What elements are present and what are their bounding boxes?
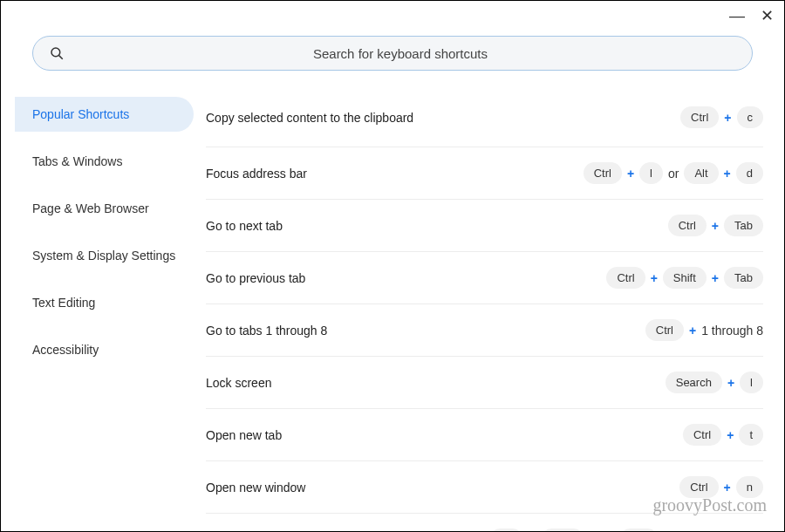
sidebar: Popular ShortcutsTabs & WindowsPage & We… <box>15 83 194 532</box>
key-cap: l <box>740 372 763 393</box>
key-cap: Ctrl <box>679 476 718 498</box>
shortcut-row: Go to tabs 1 through 8Ctrl+1 through 8 <box>206 304 763 357</box>
plus-separator: + <box>727 428 734 442</box>
shortcut-row: Open new windowCtrl+n <box>206 461 763 514</box>
key-cap: Tab <box>724 215 763 236</box>
shortcut-description: Open new tab <box>206 428 683 442</box>
shortcut-description: Go to next tab <box>206 219 668 233</box>
plus-separator: + <box>712 271 719 285</box>
key-cap: Tab <box>619 529 659 532</box>
key-cap: Ctrl <box>645 319 684 341</box>
shortcut-row: Open new tabCtrl+t <box>206 409 763 461</box>
svg-point-0 <box>51 48 60 57</box>
key-cap: c <box>737 106 764 128</box>
plus-separator: + <box>651 271 658 285</box>
plus-separator: + <box>627 167 634 181</box>
sidebar-item-accessibility[interactable]: Accessibility <box>15 332 194 367</box>
plus-separator: + <box>712 219 719 233</box>
shortcut-description: Go to previous tab <box>206 271 606 285</box>
shortcut-row: Go to previous tabCtrl+Shift+Tab <box>206 252 763 304</box>
shortcut-description: Go to tabs 1 through 8 <box>206 324 645 338</box>
shortcut-description: Open new window <box>206 481 679 494</box>
key-cap: Ctrl <box>584 162 622 184</box>
key-cap: Shift <box>663 267 706 289</box>
shortcut-combo: Ctrl+1 through 8 <box>645 319 763 341</box>
search-bar[interactable] <box>32 36 753 71</box>
key-cap: t <box>739 424 763 446</box>
sidebar-item-popular-shortcuts[interactable]: Popular Shortcuts <box>15 97 194 132</box>
shortcut-description: Copy selected content to the clipboard <box>206 111 680 125</box>
shortcut-combo: Ctrl+t <box>683 424 763 446</box>
sidebar-item-system-display-settings[interactable]: System & Display Settings <box>15 238 194 273</box>
key-cap: n <box>736 476 763 498</box>
shortcut-list: Copy selected content to the clipboardCt… <box>194 83 784 532</box>
search-container <box>1 1 784 83</box>
plus-separator: + <box>724 111 731 125</box>
key-cap: Tab <box>724 267 763 289</box>
key-cap: Ctrl <box>680 106 719 128</box>
plus-separator: + <box>727 376 734 390</box>
shortcut-combo: Ctrl+lorAlt+d <box>584 162 763 184</box>
key-cap: l <box>639 162 663 184</box>
shortcut-combo: Ctrl+c <box>680 106 763 128</box>
shortcut-combo: Press and holdAlt+Shift, tapTabuntil you… <box>403 529 763 532</box>
key-cap: Alt <box>489 529 523 532</box>
shortcut-row: Focus address barCtrl+lorAlt+d <box>206 147 763 200</box>
key-cap: Alt <box>684 162 718 184</box>
sidebar-item-tabs-windows[interactable]: Tabs & Windows <box>15 144 194 179</box>
plus-separator: + <box>724 167 731 181</box>
window-controls: — ✕ <box>729 8 774 24</box>
shortcut-combo: Ctrl+n <box>679 476 763 498</box>
plus-separator: + <box>724 481 731 494</box>
search-input[interactable] <box>65 46 736 61</box>
shortcut-row: Copy selected content to the clipboardCt… <box>206 95 763 147</box>
svg-line-1 <box>59 56 63 59</box>
key-cap: Search <box>666 372 722 393</box>
key-cap: d <box>736 162 763 184</box>
main-layout: Popular ShortcutsTabs & WindowsPage & We… <box>1 83 784 532</box>
combo-text: or <box>668 167 679 181</box>
key-cap: Shift <box>541 529 584 532</box>
shortcut-row: Go to next tabCtrl+Tab <box>206 200 763 252</box>
key-cap: Ctrl <box>683 424 721 446</box>
shortcut-description: Focus address bar <box>206 167 584 181</box>
sidebar-item-text-editing[interactable]: Text Editing <box>15 285 194 320</box>
shortcut-combo: Ctrl+Tab <box>668 215 763 236</box>
shortcut-description: Lock screen <box>206 376 666 390</box>
close-button[interactable]: ✕ <box>761 8 774 24</box>
combo-text: 1 through 8 <box>701 324 763 338</box>
shortcut-row: Lock screenSearch+l <box>206 357 763 409</box>
search-icon <box>49 45 65 61</box>
key-cap: Ctrl <box>668 215 706 236</box>
plus-separator: + <box>689 324 696 338</box>
shortcut-row: Open the window that hasPress and holdAl… <box>206 514 763 532</box>
key-cap: Ctrl <box>606 267 645 289</box>
shortcut-combo: Search+l <box>666 372 763 393</box>
shortcut-combo: Ctrl+Shift+Tab <box>606 267 763 289</box>
minimize-button[interactable]: — <box>729 8 745 24</box>
sidebar-item-page-web-browser[interactable]: Page & Web Browser <box>15 191 194 226</box>
